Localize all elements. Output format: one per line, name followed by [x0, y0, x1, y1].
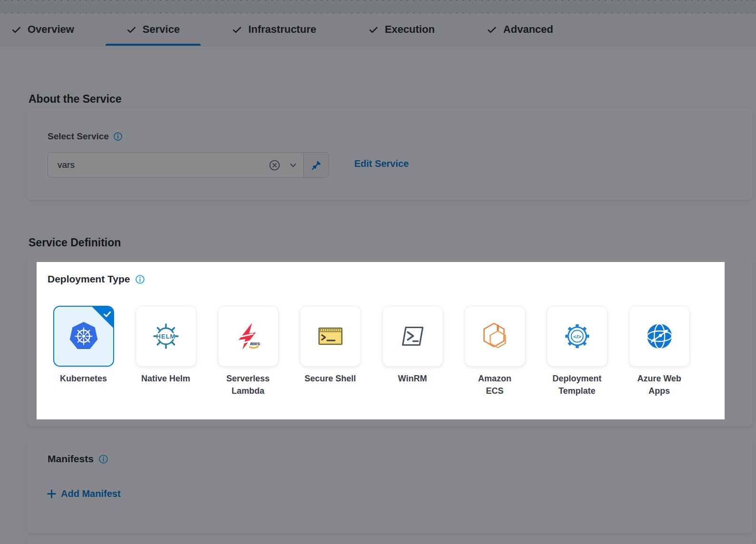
deployment-type-winrm[interactable]: WinRM: [371, 306, 454, 397]
secure-shell-tile[interactable]: [300, 306, 361, 367]
winrm-icon: [397, 321, 428, 351]
kubernetes-tile[interactable]: [53, 306, 114, 367]
deployment-type-deployment-template[interactable]: </> DeploymentTemplate: [536, 306, 618, 397]
deployment-type-native-helm[interactable]: HELM Native Helm: [125, 306, 207, 397]
amazon-ecs-icon: [480, 321, 510, 351]
check-icon: [103, 310, 112, 319]
deployment-type-heading-text: Deployment Type: [48, 273, 130, 285]
kubernetes-icon: [68, 321, 99, 351]
deployment-type-secure-shell[interactable]: Secure Shell: [289, 306, 371, 397]
azure-web-apps-icon: [644, 321, 675, 351]
serverless-lambda-tile[interactable]: aws: [218, 306, 279, 367]
deployment-type-panel: Deployment Type: [37, 262, 725, 419]
deployment-type-row: Kubernetes HELM: [42, 306, 700, 397]
deployment-type-label: AmazonECS: [478, 373, 511, 397]
deployment-type-serverless-lambda[interactable]: aws ServerlessLambda: [207, 306, 289, 397]
svg-text:aws: aws: [250, 340, 260, 346]
azure-web-apps-tile[interactable]: [629, 306, 690, 367]
deployment-type-label: Native Helm: [141, 373, 190, 385]
deployment-type-label: WinRM: [398, 373, 427, 385]
native-helm-icon: HELM: [151, 321, 181, 351]
deployment-type-amazon-ecs[interactable]: AmazonECS: [454, 306, 536, 397]
deployment-type-label: ServerlessLambda: [226, 373, 270, 397]
deployment-type-heading: Deployment Type: [48, 273, 145, 285]
service-config-page: { "tabs": [ {"label": "Overview", "activ…: [0, 0, 756, 544]
native-helm-tile[interactable]: HELM: [136, 306, 196, 367]
amazon-ecs-tile[interactable]: [465, 306, 525, 367]
deployment-type-label: Kubernetes: [60, 373, 107, 385]
secure-shell-icon: [315, 321, 346, 351]
deployment-type-kubernetes[interactable]: Kubernetes: [42, 306, 125, 397]
deployment-template-tile[interactable]: </>: [547, 306, 608, 367]
winrm-tile[interactable]: [382, 306, 443, 367]
svg-text:HELM: HELM: [156, 333, 175, 340]
svg-text:</>: </>: [573, 334, 581, 340]
serverless-lambda-icon: aws: [233, 321, 263, 351]
deployment-type-label: DeploymentTemplate: [552, 373, 601, 397]
deployment-type-label: Secure Shell: [304, 373, 356, 385]
info-icon[interactable]: [135, 274, 145, 284]
deployment-type-azure-web-apps[interactable]: Azure WebApps: [618, 306, 700, 397]
deployment-template-icon: </>: [562, 321, 592, 351]
deployment-type-label: Azure WebApps: [637, 373, 681, 397]
